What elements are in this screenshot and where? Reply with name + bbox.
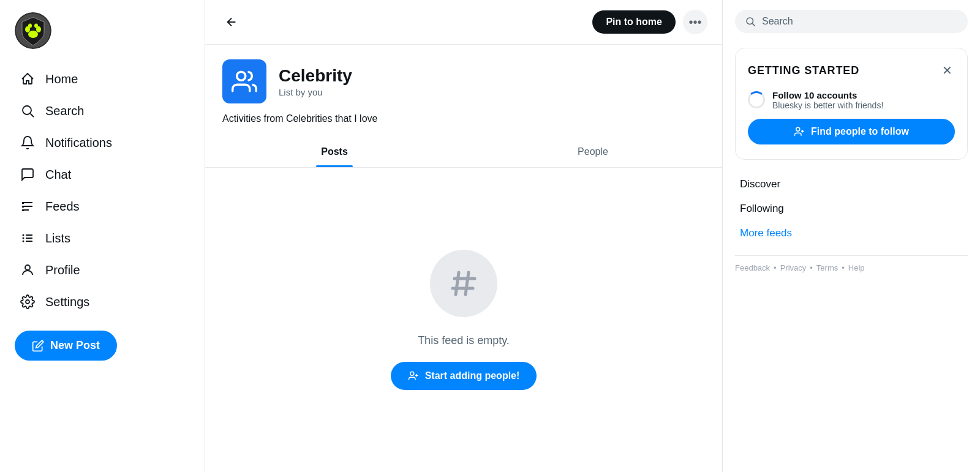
follow-accounts-title: Follow 10 accounts: [772, 90, 883, 100]
header-actions: Pin to home •••: [592, 10, 707, 34]
svg-point-2: [28, 31, 38, 38]
search-icon: [745, 16, 756, 27]
feed-nav-more-feeds[interactable]: More feeds: [735, 221, 968, 245]
svg-rect-12: [22, 202, 24, 204]
sidebar-item-notifications-label: Notifications: [45, 136, 112, 150]
tabs-bar: Posts People: [205, 137, 722, 168]
sidebar-item-feeds-label: Feeds: [45, 200, 80, 214]
svg-line-33: [752, 23, 755, 26]
sidebar-item-chat-label: Chat: [45, 168, 71, 182]
footer-dot-2: •: [810, 263, 813, 272]
empty-feed-icon: [430, 250, 497, 317]
pin-to-home-button[interactable]: Pin to home: [592, 10, 676, 34]
footer-link-terms[interactable]: Terms: [816, 263, 838, 272]
list-subtitle: List by you: [279, 87, 352, 97]
sidebar-item-home-label: Home: [45, 72, 78, 86]
sidebar-item-profile[interactable]: Profile: [15, 255, 190, 285]
search-input[interactable]: [762, 16, 958, 27]
follow-accounts-desc: Bluesky is better with friends!: [772, 100, 883, 110]
svg-point-5: [28, 24, 32, 28]
search-box[interactable]: [735, 10, 968, 33]
sidebar-item-search[interactable]: Search: [15, 96, 190, 126]
sidebar-item-chat[interactable]: Chat: [15, 159, 190, 190]
svg-point-15: [23, 234, 24, 236]
main-header: Pin to home •••: [205, 0, 722, 45]
progress-spinner: [748, 91, 765, 108]
svg-point-16: [23, 238, 24, 239]
footer-link-help[interactable]: Help: [848, 263, 865, 272]
follow-accounts-item: Follow 10 accounts Bluesky is better wit…: [748, 90, 955, 110]
footer-link-feedback[interactable]: Feedback: [735, 263, 770, 272]
svg-line-28: [466, 272, 469, 294]
more-options-button[interactable]: •••: [683, 10, 707, 34]
svg-line-27: [456, 272, 459, 294]
back-button[interactable]: [220, 10, 243, 34]
new-post-label: New Post: [50, 339, 100, 352]
tab-posts[interactable]: Posts: [205, 137, 464, 167]
right-sidebar: GETTING STARTED ✕ Follow 10 accounts Blu…: [723, 0, 980, 472]
bell-icon: [20, 135, 36, 151]
svg-point-6: [34, 24, 38, 28]
sidebar-item-home[interactable]: Home: [15, 64, 190, 94]
find-people-icon: [794, 126, 805, 137]
footer-dot-3: •: [842, 263, 845, 272]
svg-point-17: [23, 241, 24, 242]
list-description: Activities from Celebrities that I love: [222, 113, 705, 137]
profile-icon: [20, 262, 36, 278]
feed-nav: Discover Following More feeds: [735, 172, 968, 245]
footer-dot-1: •: [774, 263, 777, 272]
main-nav: Home Search Notifications Chat: [15, 64, 190, 318]
svg-point-22: [26, 300, 29, 304]
empty-feed-message: This feed is empty.: [418, 334, 510, 347]
find-people-button[interactable]: Find people to follow: [748, 119, 955, 144]
getting-started-title: GETTING STARTED: [748, 64, 859, 77]
sidebar-item-settings-label: Settings: [45, 295, 89, 309]
svg-point-21: [25, 265, 30, 270]
start-adding-label: Start adding people!: [425, 370, 520, 381]
sidebar-divider: [735, 255, 968, 256]
footer-links: Feedback • Privacy • Terms • Help: [735, 263, 968, 272]
main-content: Pin to home ••• Celebrity List by you: [205, 0, 723, 472]
getting-started-close-button[interactable]: ✕: [940, 61, 955, 80]
getting-started-card: GETTING STARTED ✕ Follow 10 accounts Blu…: [735, 48, 968, 160]
app-logo: [15, 12, 51, 49]
sidebar-item-feeds[interactable]: Feeds: [15, 191, 190, 222]
svg-rect-13: [22, 206, 24, 208]
search-icon: [20, 103, 36, 119]
settings-icon: [20, 294, 36, 310]
svg-point-32: [747, 18, 753, 24]
sidebar-item-search-label: Search: [45, 104, 84, 118]
svg-point-24: [237, 72, 246, 80]
sidebar-item-lists-label: Lists: [45, 231, 70, 245]
start-adding-button[interactable]: Start adding people!: [391, 362, 537, 390]
sidebar-item-profile-label: Profile: [45, 263, 80, 277]
list-icon: [222, 59, 266, 103]
svg-point-7: [23, 106, 31, 114]
left-sidebar: Home Search Notifications Chat: [0, 0, 205, 472]
feed-empty-state: This feed is empty. Start adding people!: [205, 168, 722, 472]
chat-icon: [20, 167, 36, 182]
more-dots-icon: •••: [688, 15, 701, 29]
list-info: Celebrity List by you Activities from Ce…: [205, 45, 722, 137]
feed-nav-discover[interactable]: Discover: [735, 172, 968, 197]
sidebar-item-settings[interactable]: Settings: [15, 287, 190, 317]
footer-link-privacy[interactable]: Privacy: [780, 263, 807, 272]
svg-point-29: [410, 372, 413, 375]
svg-rect-14: [22, 209, 24, 211]
tab-people[interactable]: People: [464, 137, 722, 167]
svg-line-8: [31, 114, 34, 118]
find-people-label: Find people to follow: [811, 126, 909, 137]
new-post-button[interactable]: New Post: [15, 331, 117, 361]
sidebar-item-lists[interactable]: Lists: [15, 223, 190, 253]
svg-point-34: [796, 127, 800, 131]
feeds-icon: [20, 198, 36, 214]
list-title: Celebrity: [279, 66, 352, 86]
lists-icon: [20, 230, 36, 246]
feed-nav-following[interactable]: Following: [735, 197, 968, 221]
home-icon: [20, 71, 36, 87]
sidebar-item-notifications[interactable]: Notifications: [15, 127, 190, 158]
